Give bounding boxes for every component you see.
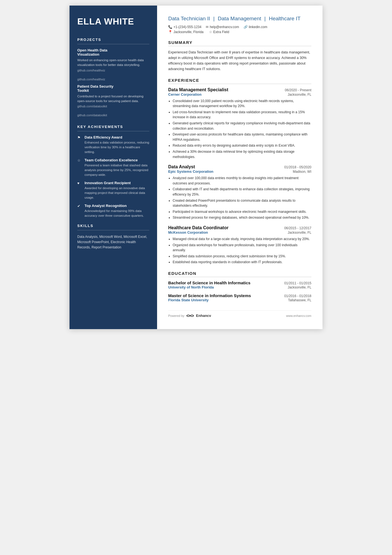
job-title-3: Healthcare Data Coordinator: [168, 225, 229, 230]
bullet-1-6: Achieved a 30% decrease in data retrieva…: [173, 149, 311, 159]
email-contact: ✉ help@enhancv.com: [206, 25, 239, 29]
bullet-2-4: Participated in biannual workshops to ad…: [173, 209, 311, 214]
project-2: Patient Data SecurityToolkit Contributed…: [77, 84, 149, 117]
bullet-3-2: Organized data workshops for healthcare …: [173, 243, 311, 253]
experience-section-title: EXPERIENCE: [168, 78, 311, 83]
star-icon: ☆: [77, 158, 82, 162]
achievements-divider: [77, 131, 149, 131]
job-title-1: Data Management Specialist: [168, 87, 228, 92]
project-1-link2: github.com/healthviz: [77, 78, 149, 81]
bullet-1-1: Consolidated over 10,000 patient records…: [173, 98, 311, 109]
linkedin-url: linkedin.com: [249, 25, 267, 29]
edu-school-1: University of North Florida: [168, 285, 214, 289]
achievements-section-title: KEY ACHIEVEMENTS: [77, 125, 149, 129]
exp-entry-1: Data Management Specialist 06/2020 - Pre…: [168, 87, 311, 160]
pipe-1: |: [213, 16, 216, 21]
education-section-title: EDUCATION: [168, 271, 311, 276]
title-part-1: Data Technician II: [168, 16, 210, 21]
edu-degree-2: Master of Science in Information Systems: [168, 293, 251, 298]
bullet-1-3: Generated quarterly clinical reports for…: [173, 121, 311, 131]
exp-dates-2: 01/2018 - 05/2020: [284, 165, 311, 169]
achievement-4-desc: Acknowledged for maintaining 99% data ac…: [85, 209, 149, 218]
bullet-2-5: Streamlined process for merging database…: [173, 215, 311, 220]
company-3: McKesson Corporation: [168, 230, 208, 235]
company-1: Cerner Corporation: [168, 92, 202, 97]
exp-bullets-2: Analyzed over 100,000 data entries month…: [168, 176, 311, 220]
project-1-desc: Worked on enhancing open-source health d…: [77, 58, 149, 68]
footer-website: www.enhancv.com: [286, 314, 311, 317]
project-1-link1: github.com/healthviz: [77, 69, 149, 72]
edu-degree-1: Bachelor of Science in Health Informatic…: [168, 280, 250, 285]
summary-divider: [168, 46, 311, 46]
page-footer: Powered by Enhancv www.enhancv.com: [168, 310, 311, 318]
bullet-1-2: Led cross-functional team to implement n…: [173, 110, 311, 120]
edu-location-2: Tallahassee, FL: [288, 298, 311, 302]
extra-field: ☆ Extra Field: [209, 30, 229, 34]
enhancv-logo-icon: [186, 314, 194, 318]
achievement-3: ♥ Innovation Grant Recipient Awarded for…: [77, 181, 149, 200]
extra-field-text: Extra Field: [213, 30, 229, 34]
email-address: help@enhancv.com: [210, 25, 239, 29]
exp-entry-3: Healthcare Data Coordinator 06/2015 - 12…: [168, 225, 311, 265]
bullet-3-3: Simplified data submission process, redu…: [173, 254, 311, 259]
bullet-2-3: Created detailed PowerPoint presentation…: [173, 198, 311, 208]
projects-divider: [77, 44, 149, 44]
achievement-2-desc: Pioneered a team initiative that slashed…: [85, 163, 149, 177]
edu-dates-1: 01/2011 - 01/2015: [284, 281, 311, 285]
exp-header-3: Healthcare Data Coordinator 06/2015 - 12…: [168, 225, 311, 230]
experience-divider: [168, 84, 311, 84]
candidate-name: ELLA WHITE: [77, 17, 149, 26]
job-title-2: Data Analyst: [168, 164, 195, 169]
main-header: Data Technician II | Data Management | H…: [168, 15, 311, 34]
sidebar: ELLA WHITE PROJECTS Open Health DataVisu…: [70, 6, 157, 329]
summary-text: Experienced Data Technician with over 8 …: [168, 50, 311, 72]
resume-wrapper: ELLA WHITE PROJECTS Open Health DataVisu…: [70, 6, 322, 329]
location-row: 📍 Jacksonville, Florida ☆ Extra Field: [168, 30, 311, 34]
edu-school-2: Florida State University: [168, 298, 209, 302]
achievement-4-title: Top Analyst Recognition: [85, 204, 149, 208]
project-2-link2: github.com/datatoolkit: [77, 114, 149, 117]
exp-location-3: Jacksonville, FL: [288, 231, 311, 235]
title-part-2: Data Management: [218, 16, 261, 21]
bullet-2-1: Analyzed over 100,000 data entries month…: [173, 176, 311, 186]
edu-school-row-2: Florida State University Tallahassee, FL: [168, 298, 311, 302]
skills-section-title: SKILLS: [77, 224, 149, 228]
location-item: 📍 Jacksonville, Florida: [168, 30, 204, 34]
edu-entry-1: Bachelor of Science in Health Informatic…: [168, 280, 311, 289]
exp-bullets-3: Managed clinical data for a large-scale …: [168, 236, 311, 265]
achievement-1-title: Data Efficiency Award: [85, 135, 149, 139]
achievement-4: ✔ Top Analyst Recognition Acknowledged f…: [77, 204, 149, 218]
email-icon: ✉: [206, 25, 209, 29]
phone-contact: 📞 +1-(234)-555-1234: [168, 25, 201, 29]
exp-company-row-1: Cerner Corporation Jacksonville, FL: [168, 92, 311, 97]
footer-logo-text: Enhancv: [196, 314, 211, 318]
skills-text: Data Analysis, Microsoft Word, Microsoft…: [77, 234, 149, 250]
main-content: Data Technician II | Data Management | H…: [157, 6, 322, 329]
bullet-3-4: Established data reporting standards in …: [173, 260, 311, 265]
exp-bullets-1: Consolidated over 10,000 patient records…: [168, 98, 311, 160]
company-2: Epic Systems Corporation: [168, 169, 214, 174]
edu-header-1: Bachelor of Science in Health Informatic…: [168, 280, 311, 285]
exp-entry-2: Data Analyst 01/2018 - 05/2020 Epic Syst…: [168, 164, 311, 220]
skills-divider: [77, 230, 149, 230]
pipe-2: |: [264, 16, 267, 21]
exp-company-row-2: Epic Systems Corporation Madison, WI: [168, 169, 311, 174]
professional-title: Data Technician II | Data Management | H…: [168, 15, 311, 22]
title-part-3: Healthcare IT: [269, 16, 301, 21]
project-2-link1: github.com/datatoolkit: [77, 105, 149, 108]
bullet-3-1: Managed clinical data for a large-scale …: [173, 236, 311, 242]
summary-section-title: SUMMARY: [168, 40, 311, 45]
linkedin-icon: 🔗: [244, 25, 248, 29]
project-2-desc: Contributed to a project focused on deve…: [77, 94, 149, 104]
contact-row: 📞 +1-(234)-555-1234 ✉ help@enhancv.com 🔗…: [168, 25, 311, 29]
edu-dates-2: 01/2016 - 01/2018: [284, 294, 311, 298]
edu-school-row-1: University of North Florida Jacksonville…: [168, 285, 311, 289]
phone-icon: 📞: [168, 25, 172, 29]
powered-by-text: Powered by: [168, 314, 184, 317]
project-1: Open Health DataVisualization Worked on …: [77, 48, 149, 81]
linkedin-contact: 🔗 linkedin.com: [244, 25, 267, 29]
achievement-1: ⚑ Data Efficiency Award Enhanced a data …: [77, 135, 149, 154]
edu-header-2: Master of Science in Information Systems…: [168, 293, 311, 298]
edu-entry-2: Master of Science in Information Systems…: [168, 293, 311, 302]
footer-left: Powered by Enhancv: [168, 314, 211, 318]
